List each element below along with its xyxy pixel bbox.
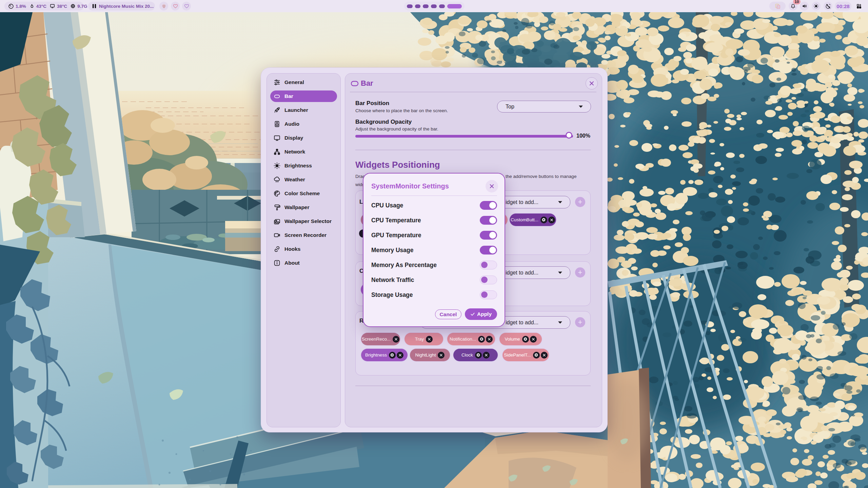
svg-text:C: C: [777, 5, 779, 8]
